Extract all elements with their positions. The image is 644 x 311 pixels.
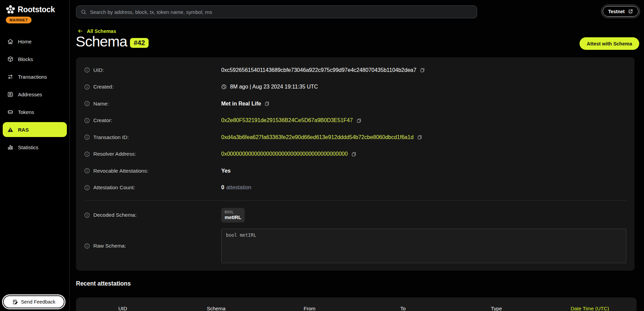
- detail-row-revocable: Revocable Attestations: Yes: [84, 162, 626, 179]
- schema-number-badge: #42: [130, 38, 149, 48]
- detail-label-text: UID:: [93, 67, 104, 73]
- column-header-schema: Schema: [169, 306, 263, 311]
- column-header-type: Type: [450, 306, 543, 311]
- network-badge: MAINNET: [6, 17, 32, 23]
- detail-row-creator: Creator: 0x2e80F532191de291536B24Ce5D67a…: [84, 112, 626, 129]
- sidebar-item-transactions[interactable]: Transactions: [3, 69, 67, 84]
- detail-row-resolver-address: Resolver Address: 0x00000000000000000000…: [84, 146, 626, 163]
- tokens-icon: [7, 109, 14, 115]
- clock-icon: [221, 84, 227, 90]
- blocks-icon: [7, 56, 14, 62]
- sidebar-item-label: Tokens: [18, 109, 34, 115]
- sidebar-item-tokens[interactable]: Tokens: [3, 104, 67, 119]
- sidebar-item-label: Home: [18, 39, 32, 44]
- copy-icon[interactable]: [351, 152, 356, 157]
- sidebar-item-label: RAS: [18, 127, 29, 133]
- info-icon[interactable]: [84, 134, 90, 140]
- sidebar-item-ras[interactable]: RAS: [3, 122, 67, 137]
- addresses-icon: [7, 91, 14, 98]
- copy-icon[interactable]: [420, 67, 425, 73]
- detail-label-text: Decoded Schema:: [93, 212, 137, 218]
- info-icon[interactable]: [84, 67, 90, 73]
- search-input[interactable]: [90, 9, 472, 15]
- search-bar: [76, 5, 477, 18]
- decoded-schema-field-chip: BOOL metIRL: [221, 208, 245, 222]
- sidebar-nav: Home Blocks Transactions: [3, 34, 67, 157]
- detail-label-text: Attestation Count:: [93, 184, 135, 191]
- sidebar-item-label: Statistics: [18, 144, 38, 150]
- feedback-pencil-icon: [12, 299, 18, 305]
- detail-row-name: Name: Met in Real Life: [84, 95, 626, 112]
- detail-label-text: Name:: [93, 101, 109, 107]
- detail-label-text: Transaction ID:: [93, 134, 129, 140]
- sidebar-item-blocks[interactable]: Blocks: [3, 52, 67, 66]
- feedback-label: Send Feedback: [21, 299, 56, 305]
- sidebar-item-label: Transactions: [18, 74, 47, 80]
- info-icon[interactable]: [84, 168, 90, 174]
- search-icon: [81, 9, 87, 15]
- info-icon[interactable]: [84, 151, 90, 157]
- info-icon[interactable]: [84, 243, 90, 249]
- detail-row-created: Created: 8M ago | Aug 23 2024 19:11:35 U…: [84, 79, 626, 96]
- info-icon[interactable]: [84, 118, 90, 123]
- attestations-table-header: UID Schema From To Type Date Time (UTC): [76, 297, 637, 311]
- attestation-triangle-icon: [7, 127, 14, 133]
- sidebar-item-statistics[interactable]: Statistics: [3, 140, 67, 155]
- column-header-to: To: [356, 306, 450, 311]
- attest-with-schema-button[interactable]: Attest with Schema: [580, 37, 639, 50]
- testnet-label: Testnet: [608, 9, 625, 14]
- home-icon: [7, 38, 14, 45]
- detail-label-text: Revocable Attestations:: [93, 168, 148, 174]
- network-switch-ring: Testnet: [601, 5, 640, 18]
- sidebar-item-home[interactable]: Home: [3, 34, 67, 49]
- info-icon[interactable]: [84, 101, 90, 106]
- info-icon[interactable]: [84, 185, 90, 191]
- detail-row-decoded-schema: Decoded Schema: BOOL metIRL: [84, 204, 626, 226]
- field-name: metIRL: [225, 215, 241, 220]
- attestation-count-value: 0: [221, 184, 224, 191]
- brand-name: Rootstock: [18, 5, 55, 14]
- copy-icon[interactable]: [356, 118, 361, 123]
- copy-icon[interactable]: [264, 101, 269, 106]
- copy-icon[interactable]: [417, 135, 422, 140]
- recent-attestations-heading: Recent attestations: [76, 280, 131, 287]
- detail-label-text: Resolver Address:: [93, 151, 136, 157]
- external-link-icon: [628, 9, 633, 14]
- testnet-button[interactable]: Testnet: [603, 6, 639, 17]
- sidebar-item-addresses[interactable]: Addresses: [3, 87, 67, 102]
- column-header-uid: UID: [76, 306, 169, 311]
- raw-schema-textarea[interactable]: bool metIRL: [221, 229, 626, 263]
- column-header-from: From: [263, 306, 356, 311]
- transaction-id-link[interactable]: 0xd4a3b6fea627fa63363fe22e90d66ed613e912…: [221, 134, 414, 140]
- detail-label-text: Raw Schema:: [93, 243, 126, 249]
- detail-row-uid: UID: 0xc59265615401143689cbfe73046a922c9…: [84, 62, 626, 79]
- transactions-icon: [7, 74, 14, 80]
- uid-value: 0xc59265615401143689cbfe73046a922c975c99…: [221, 67, 416, 73]
- revocable-value: Yes: [221, 168, 231, 174]
- sidebar-item-label: Blocks: [18, 56, 33, 62]
- statistics-icon: [7, 144, 14, 151]
- creator-address-link[interactable]: 0x2e80F532191de291536B24Ce5D67a9B0D3E51F…: [221, 117, 353, 123]
- rootstock-logo-icon: [6, 5, 15, 14]
- attestation-count-unit: attestation: [226, 184, 251, 191]
- sidebar: Rootstock MAINNET Home Blocks: [0, 0, 70, 311]
- page: Rootstock MAINNET Home Blocks: [0, 0, 644, 311]
- schema-details-card: UID: 0xc59265615401143689cbfe73046a922c9…: [76, 57, 634, 271]
- brand-logo[interactable]: Rootstock: [0, 0, 69, 14]
- detail-row-raw-schema: Raw Schema: bool metIRL: [84, 229, 626, 263]
- detail-label-text: Created:: [93, 84, 113, 90]
- detail-label-text: Creator:: [93, 117, 112, 123]
- page-title: Schema: [76, 33, 127, 50]
- created-value: 8M ago | Aug 23 2024 19:11:35 UTC: [230, 84, 318, 90]
- card-divider: [84, 200, 626, 201]
- info-icon[interactable]: [84, 84, 90, 90]
- detail-row-transaction-id: Transaction ID: 0xd4a3b6fea627fa63363fe2…: [84, 129, 626, 146]
- sidebar-item-label: Addresses: [18, 92, 42, 97]
- detail-row-attestation-count: Attestation Count: 0 attestation: [84, 179, 626, 196]
- name-value: Met in Real Life: [221, 101, 261, 107]
- column-header-datetime[interactable]: Date Time (UTC): [543, 306, 637, 311]
- resolver-address-link[interactable]: 0x00000000000000000000000000000000000000…: [221, 151, 348, 157]
- info-icon[interactable]: [84, 212, 90, 218]
- send-feedback-button[interactable]: Send Feedback: [3, 295, 64, 308]
- field-type: BOOL: [225, 210, 241, 214]
